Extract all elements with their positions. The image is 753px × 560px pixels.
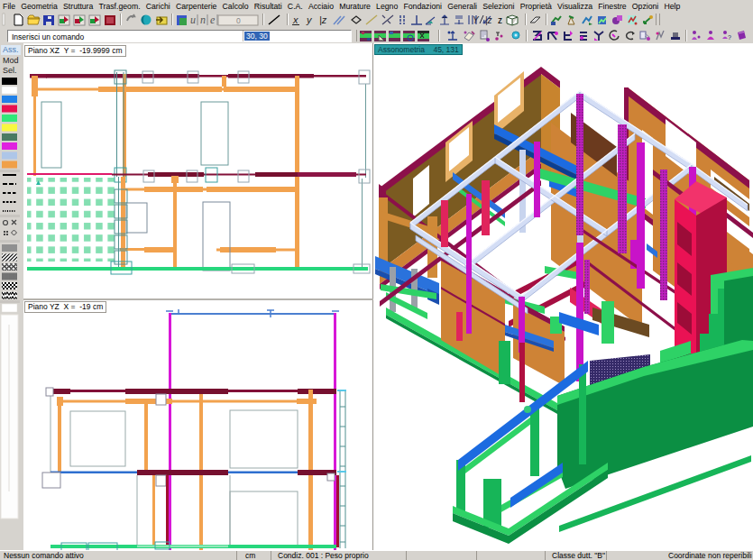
- svg-text:z: z: [498, 15, 502, 25]
- svg-text:x: x: [292, 14, 298, 25]
- svg-text:u: u: [190, 14, 196, 26]
- svg-text:n: n: [200, 14, 206, 26]
- svg-text:|z: |z: [485, 15, 492, 25]
- svg-text:Y: Y: [473, 15, 480, 25]
- svg-text:?: ?: [728, 34, 731, 41]
- svg-text:e: e: [210, 14, 216, 26]
- svg-text:0: 0: [236, 16, 241, 25]
- svg-text:y: y: [306, 14, 313, 25]
- svg-text:|z: |z: [319, 14, 327, 25]
